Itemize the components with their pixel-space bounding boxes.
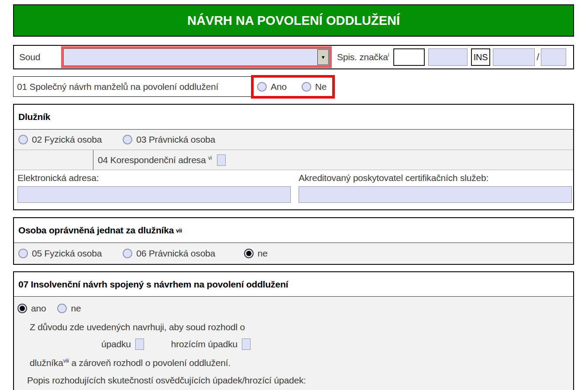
debtor-section-title: Dlužník: [14, 105, 573, 130]
radio-authorized-ne[interactable]: [244, 249, 254, 258]
debtor-section: Dlužník 02 Fyzická osoba 03 Právnická os…: [13, 104, 574, 210]
case-number-input[interactable]: [493, 48, 535, 66]
radio-07-ne[interactable]: [57, 304, 67, 313]
provider-column: Akreditovaný poskytovatel certifikačních…: [299, 173, 572, 203]
option-06-pravnicka: 06 Právnická osoba: [123, 248, 215, 259]
debtor-person-type-row: 02 Fyzická osoba 03 Právnická osoba: [14, 130, 573, 150]
option-02-fyzicka: 02 Fyzická osoba: [18, 134, 102, 145]
provider-label: Akreditovaný poskytovatel certifikačních…: [299, 173, 572, 183]
radio-05-fyzicka-osoba[interactable]: [18, 249, 28, 258]
correspondence-address-row: 04 Korespondenční adresa vi: [14, 150, 573, 170]
debtor-footnote: viii: [63, 358, 69, 364]
page-title: NÁVRH NA POVOLENÍ ODDLUŽENÍ: [187, 14, 400, 28]
radio-07-ano-label: ano: [31, 303, 46, 314]
section-07-content: ano ne Z důvodu zde uvedených navrhuji, …: [14, 297, 573, 390]
register-code-input[interactable]: [428, 48, 468, 66]
correspondence-checkbox[interactable]: [217, 154, 226, 166]
radio-02-fyzicka-osoba[interactable]: [18, 135, 28, 144]
option-07-ano: ano: [17, 303, 46, 314]
option-ano: Ano: [257, 82, 287, 92]
radio-02-label: 02 Fyzická osoba: [32, 134, 102, 145]
correspondence-footnote: vi: [208, 155, 212, 161]
radio-dot: [246, 251, 251, 256]
electronic-address-row: Elektronická adresa: Akreditovaný poskyt…: [14, 170, 573, 209]
upadek-label: úpadku: [101, 339, 131, 349]
authorized-person-section: Osoba oprávněná jednat za dlužníkavii 05…: [13, 217, 574, 265]
radio-dot: [20, 306, 25, 311]
court-dropdown-highlight: ▼: [61, 46, 332, 68]
bankruptcy-checkbox-row: úpadku hrozícím úpadku: [101, 339, 573, 350]
provider-input[interactable]: [299, 186, 572, 203]
radio-01-ne-label: Ne: [315, 82, 327, 92]
email-label: Elektronická adresa:: [17, 173, 299, 183]
file-number-separator: /: [536, 51, 539, 63]
reason-intro-text: Z důvodu zde uvedených navrhuji, aby sou…: [30, 322, 573, 332]
option-authorized-ne: ne: [244, 248, 268, 259]
court-select[interactable]: ▼: [63, 48, 330, 66]
correspondence-label: 04 Korespondenční adresa vi: [98, 155, 212, 165]
option-07-ne: ne: [57, 303, 81, 314]
chevron-down-icon[interactable]: ▼: [317, 49, 329, 65]
form-title-banner: NÁVRH NA POVOLENÍ ODDLUŽENÍ: [13, 4, 574, 37]
senate-number-input[interactable]: [393, 48, 425, 66]
highlight-box-radios: Ano Ne: [251, 75, 335, 99]
hrozici-upadek-label: hrozícím úpadku: [171, 339, 237, 349]
radio-01-ne[interactable]: [302, 82, 311, 92]
radio-05-label: 05 Fyzická osoba: [32, 248, 102, 259]
hrozici-upadek-checkbox[interactable]: [242, 339, 251, 350]
authorized-person-type-row: 05 Fyzická osoba 06 Právnická osoba ne: [14, 243, 573, 264]
insolvency-proposal-section: 07 Insolvenční návrh spojený s návrhem n…: [13, 271, 574, 390]
radio-03-label: 03 Právnická osoba: [136, 134, 215, 145]
authorized-section-title: Osoba oprávněná jednat za dlužníkavii: [14, 218, 573, 243]
email-input[interactable]: [17, 186, 291, 203]
radio-07-ne-label: ne: [71, 303, 81, 314]
radio-06-label: 06 Právnická osoba: [136, 248, 215, 259]
authorized-footnote: vii: [176, 227, 182, 234]
radio-authorized-ne-label: ne: [258, 248, 268, 259]
row04-empty-cell: [14, 150, 93, 170]
email-column: Elektronická adresa:: [17, 173, 299, 203]
option-05-fyzicka: 05 Fyzická osoba: [18, 248, 102, 259]
court-row: Soud ▼ Spis. značkai INS /: [13, 45, 574, 69]
row04-content: 04 Korespondenční adresa vi: [93, 154, 226, 166]
radio-07-ano[interactable]: [17, 304, 27, 313]
row-01-joint-proposal: 01 Společný návrh manželů na povolení od…: [13, 76, 334, 97]
section-07-radio-row: ano ne: [14, 300, 573, 317]
section-07-title: 07 Insolvenční návrh spojený s návrhem n…: [14, 272, 573, 297]
file-number-label: Spis. značkai: [337, 52, 389, 62]
debtor-continuation-text: dlužníkaviii a zároveň rozhodl o povolen…: [30, 358, 573, 368]
row-01-label: 01 Společný návrh manželů na povolení od…: [17, 82, 218, 92]
radio-03-pravnicka-osoba[interactable]: [123, 135, 132, 144]
form-page: NÁVRH NA POVOLENÍ ODDLUŽENÍ Soud ▼ Spis.…: [0, 0, 588, 390]
upadek-checkbox[interactable]: [135, 339, 144, 350]
file-number-footnote: i: [388, 52, 389, 58]
option-ne: Ne: [302, 82, 327, 92]
ins-label-box: INS: [471, 48, 490, 66]
option-03-pravnicka: 03 Právnická osoba: [123, 134, 215, 145]
radio-01-ano[interactable]: [257, 82, 267, 92]
radio-01-ano-label: Ano: [271, 82, 287, 92]
year-input[interactable]: [541, 48, 566, 66]
file-number-group: Spis. značkai INS /: [337, 48, 566, 66]
court-label: Soud: [19, 52, 61, 62]
description-prompt-text: Popis rozhodujících skutečností osvědčuj…: [27, 375, 573, 386]
radio-06-pravnicka-osoba[interactable]: [123, 249, 132, 258]
